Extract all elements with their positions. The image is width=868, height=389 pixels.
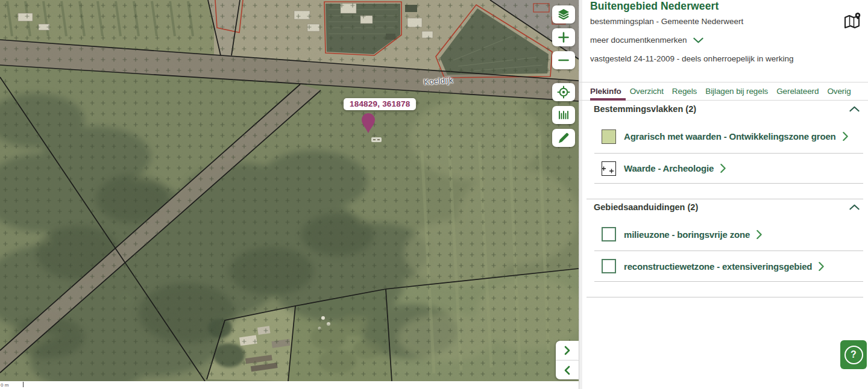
section-header-gebiedsaanduidingen[interactable]: Gebiedsaanduidingen (2)	[594, 202, 860, 212]
draw-button[interactable]	[552, 129, 575, 147]
list-item-agrarisch-met-waarden[interactable]: Agrarisch met waarden - Ontwikkelingszon…	[594, 120, 863, 154]
tab-overig[interactable]: Overig	[823, 82, 855, 100]
chevron-right-icon	[562, 344, 573, 356]
chevron-left-icon	[562, 364, 573, 376]
scale-label: 0 m	[1, 382, 8, 388]
list-item-waarde-archeologie[interactable]: Waarde - Archeologie	[594, 154, 863, 184]
tab-bijlagen-bij-regels[interactable]: Bijlagen bij regels	[701, 82, 772, 100]
show-on-map-button[interactable]	[842, 12, 863, 31]
map-pin-icon	[843, 12, 862, 30]
info-panel: Buitengebied Nederweert bestemmingsplan …	[579, 0, 868, 389]
tab-bar: Plekinfo Overzicht Regels Bijlagen bij r…	[579, 82, 868, 101]
chevron-right-icon	[756, 229, 763, 240]
locate-me-button[interactable]	[552, 83, 575, 101]
page-title: Buitengebied Nederweert	[590, 0, 719, 13]
plan-status: vastgesteld 24-11-2009 - deels onherroep…	[590, 54, 793, 63]
list-item-milieuzone[interactable]: milieuzone - boringsvrije zone	[594, 218, 863, 251]
tab-regels[interactable]: Regels	[668, 82, 701, 100]
question-mark-icon: ?	[844, 346, 863, 364]
plus-pattern	[602, 162, 615, 175]
tab-overzicht[interactable]: Overzicht	[626, 82, 668, 100]
layers-button[interactable]	[552, 5, 575, 23]
aerial-imagery	[0, 0, 579, 381]
list-item-reconstructiewetzone[interactable]: reconstructiewetzone - extensiveringsgeb…	[594, 251, 863, 282]
more-document-details-link[interactable]: meer documentkenmerken	[590, 36, 703, 45]
ruler-icon	[556, 108, 571, 122]
chevron-right-icon	[720, 163, 726, 173]
plus-icon	[556, 30, 571, 45]
section-title: Bestemmingsvlakken (2)	[594, 104, 696, 114]
legend-swatch-plus-pattern	[602, 161, 616, 176]
chevron-down-icon	[693, 37, 703, 43]
zoom-in-button[interactable]	[552, 28, 575, 46]
zoom-out-button[interactable]	[552, 51, 575, 69]
layers-icon	[556, 7, 571, 22]
chevron-up-icon	[849, 106, 860, 112]
minus-icon	[556, 53, 571, 67]
chevron-right-icon	[842, 131, 849, 142]
divider	[587, 297, 863, 297]
section-header-bestemmingsvlakken[interactable]: Bestemmingsvlakken (2)	[594, 104, 860, 114]
measure-button[interactable]	[552, 106, 575, 124]
scale-tick	[23, 382, 24, 387]
scale-bar: 0 m	[0, 381, 579, 389]
pencil-icon	[556, 131, 571, 145]
legend-swatch-outline	[602, 227, 616, 241]
tab-plekinfo[interactable]: Plekinfo	[590, 82, 626, 100]
coordinate-tooltip: 184829, 361878	[344, 98, 416, 110]
panel-collapse-button[interactable]	[556, 360, 579, 379]
bestemmingsvlakken-list: Agrarisch met waarden - Ontwikkelingszon…	[579, 120, 868, 184]
legend-swatch-outline	[602, 259, 616, 273]
divider	[587, 199, 863, 199]
more-document-details-label: meer documentkenmerken	[590, 36, 687, 45]
chevron-up-icon	[849, 204, 860, 210]
help-button[interactable]: ?	[840, 340, 867, 369]
chevron-right-icon	[818, 261, 825, 272]
target-icon	[556, 85, 571, 99]
legend-swatch-green-fill	[602, 129, 616, 144]
plan-subtitle: bestemmingsplan - Gemeente Nederweert	[590, 17, 743, 26]
tab-gerelateerd[interactable]: Gerelateerd	[772, 82, 823, 100]
panel-expand-button[interactable]	[556, 341, 579, 360]
section-title: Gebiedsaanduidingen (2)	[594, 202, 698, 212]
map-viewport[interactable]: Koeldijk 184829, 361878	[0, 0, 579, 381]
gebiedsaanduidingen-list: milieuzone - boringsvrije zone reconstru…	[579, 218, 868, 282]
